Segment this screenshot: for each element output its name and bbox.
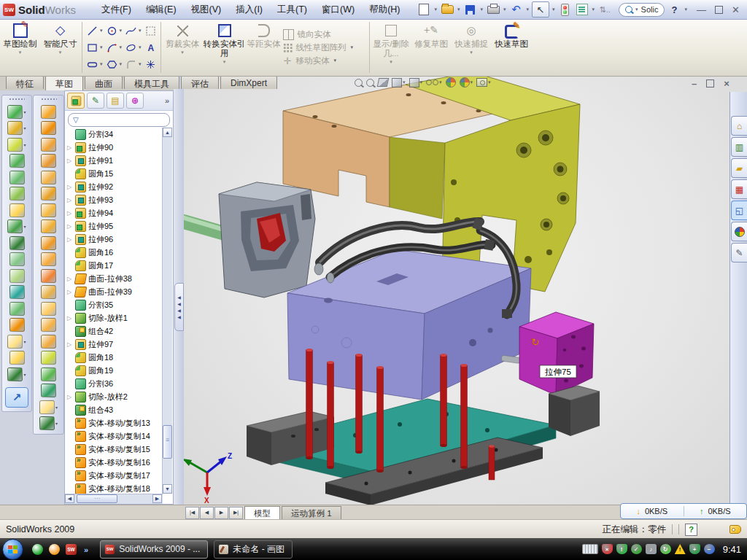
- tree-item[interactable]: ▷拉伸95: [65, 219, 163, 233]
- horizontal-scroll-thumb[interactable]: ⋯: [77, 494, 117, 503]
- open-button[interactable]: [440, 3, 454, 16]
- tree-horizontal-scrollbar[interactable]: ◀ ⋯ ▶: [65, 494, 163, 504]
- doc-nav-button[interactable]: ▶|: [229, 507, 243, 519]
- save-button[interactable]: [463, 3, 478, 16]
- print-dropdown[interactable]: ▾: [503, 7, 506, 12]
- thicken-icon[interactable]: [41, 236, 56, 250]
- zoom-to-area-icon[interactable]: [366, 79, 374, 87]
- linear-pattern-icon[interactable]: ▾: [7, 219, 26, 233]
- doc-tab-运动算例 1[interactable]: 运动算例 1: [282, 506, 341, 520]
- tree-item[interactable]: ▷拉伸93: [65, 193, 163, 206]
- vertical-scroll-thumb[interactable]: [163, 425, 172, 459]
- tree-item[interactable]: ▷实体-移动/复制14: [65, 429, 163, 443]
- start-button[interactable]: [2, 539, 23, 560]
- reference-geometry-icon[interactable]: ▾: [7, 335, 26, 349]
- knit-surface-icon[interactable]: [41, 335, 56, 349]
- mirror-icon[interactable]: [9, 236, 25, 250]
- open-dropdown[interactable]: ▾: [457, 7, 460, 12]
- display-style-icon[interactable]: ▾: [409, 78, 423, 88]
- split-icon[interactable]: [9, 285, 25, 299]
- help-dropdown[interactable]: ▾: [684, 7, 687, 12]
- revolved-surface-icon[interactable]: [41, 105, 56, 119]
- doc-restore-icon[interactable]: [706, 79, 714, 88]
- appearances-icon[interactable]: [731, 222, 747, 241]
- antivirus-tray-icon[interactable]: ✓: [631, 544, 642, 554]
- smart-dimension-button[interactable]: ◇ 智能尺寸▾: [40, 19, 80, 76]
- tree-item[interactable]: ▷切除-放样1: [65, 311, 163, 324]
- rib-icon[interactable]: [9, 252, 25, 266]
- propertymanager-tab[interactable]: ✎: [87, 93, 104, 109]
- chamfer-icon[interactable]: [9, 187, 25, 201]
- boundary-surface-icon[interactable]: [41, 138, 56, 152]
- featuremanager-tab[interactable]: [67, 93, 85, 109]
- point-tool[interactable]: [145, 56, 156, 73]
- tab-曲面[interactable]: 曲面: [85, 76, 123, 89]
- lofted-boss-icon[interactable]: [9, 171, 25, 184]
- configurationmanager-tab[interactable]: ▤: [107, 93, 124, 109]
- menu-item[interactable]: 视图(V): [185, 1, 228, 18]
- taskbar-clock[interactable]: 9:41: [723, 544, 741, 555]
- menu-item[interactable]: 编辑(E): [139, 1, 183, 18]
- replace-face-icon[interactable]: [41, 285, 56, 299]
- search-input[interactable]: Solic: [641, 5, 659, 14]
- tree-item[interactable]: ▷拉伸97: [65, 338, 163, 351]
- tree-item[interactable]: ▷圆角19: [65, 364, 163, 377]
- solidworks-resources-icon[interactable]: ▥: [731, 137, 747, 157]
- sketch-fillet-tool[interactable]: ▾: [125, 56, 142, 73]
- instant3d-button[interactable]: ↗: [5, 387, 28, 408]
- draft-icon[interactable]: [9, 269, 25, 283]
- tree-item[interactable]: ▷曲面-拉伸39: [65, 285, 163, 298]
- view-orientation-icon[interactable]: ▾: [392, 78, 406, 88]
- shape-feature-icon[interactable]: [41, 384, 56, 397]
- hide-show-items-icon[interactable]: ▾: [426, 79, 442, 85]
- slot-tool[interactable]: ▾: [87, 56, 104, 73]
- apply-scene-icon[interactable]: ▾: [460, 77, 473, 88]
- tree-item[interactable]: ▷实体-移动/复制16: [65, 456, 163, 469]
- tab-特征[interactable]: 特征: [6, 76, 44, 89]
- options-button[interactable]: [575, 3, 589, 16]
- dome-icon[interactable]: [41, 368, 56, 381]
- filled-surface-icon[interactable]: [41, 351, 56, 365]
- tree-item[interactable]: ▷曲面-拉伸38: [65, 272, 163, 285]
- tree-item[interactable]: ▷拉伸96: [65, 233, 163, 246]
- search-dropdown[interactable]: ▾: [635, 7, 638, 12]
- messenger-icon[interactable]: [32, 544, 43, 555]
- minimize-icon[interactable]: —: [697, 4, 706, 15]
- rectangle-tool[interactable]: ▾: [87, 39, 104, 56]
- undo-dropdown[interactable]: ▾: [527, 7, 530, 12]
- move-copy-bodies-icon[interactable]: [9, 318, 25, 332]
- tab-评估[interactable]: 评估: [181, 76, 219, 89]
- combine-bodies-icon[interactable]: [9, 302, 25, 316]
- panel-collapse-handle[interactable]: ◀◀◀◀: [174, 283, 184, 331]
- tree-item[interactable]: ▷拉伸94: [65, 206, 163, 219]
- more-tabs-chevron-icon[interactable]: »: [165, 96, 171, 105]
- curve-through-points-icon[interactable]: ▾: [39, 416, 58, 430]
- view-settings-icon[interactable]: ▾: [476, 78, 491, 87]
- menu-item[interactable]: 帮助(H): [363, 1, 406, 18]
- restore-icon[interactable]: [715, 6, 723, 14]
- helix-spiral-icon[interactable]: [41, 219, 56, 233]
- model-right-rail[interactable]: [549, 386, 600, 436]
- tag-icon[interactable]: [729, 525, 741, 534]
- firewall-tray-icon[interactable]: !: [616, 544, 627, 554]
- panel-splitter[interactable]: ◀◀◀◀: [174, 76, 184, 505]
- tree-item[interactable]: ▷切除-放样2: [65, 390, 163, 403]
- select-dropdown[interactable]: ▾: [552, 7, 555, 12]
- close-icon[interactable]: ✕: [732, 4, 740, 15]
- more-toolbars-chevron[interactable]: »: [84, 544, 88, 554]
- scroll-down-icon[interactable]: ▼: [163, 484, 172, 494]
- tree-item[interactable]: ▷实体-移动/复制18: [65, 482, 163, 494]
- doc-nav-button[interactable]: ▶: [214, 507, 228, 519]
- model-slide-assembly[interactable]: [184, 182, 315, 298]
- save-dropdown[interactable]: ▾: [481, 7, 484, 12]
- scroll-left-icon[interactable]: ◀: [65, 494, 74, 503]
- wrap-icon[interactable]: [9, 203, 25, 217]
- doc-nav-button[interactable]: |◀: [185, 507, 199, 519]
- task-pane-home-icon[interactable]: ⌂: [731, 116, 747, 136]
- network-speed-widget[interactable]: ↓0KB/S ↑0KB/S: [620, 503, 747, 519]
- flex-bend-icon[interactable]: [41, 252, 56, 266]
- swept-boss-icon[interactable]: [9, 154, 25, 168]
- select-entities-tool[interactable]: [145, 23, 156, 39]
- taskbar-window-button[interactable]: SWSolidWorks 2009 - ...: [100, 540, 208, 559]
- curves-icon[interactable]: ▾: [7, 368, 26, 381]
